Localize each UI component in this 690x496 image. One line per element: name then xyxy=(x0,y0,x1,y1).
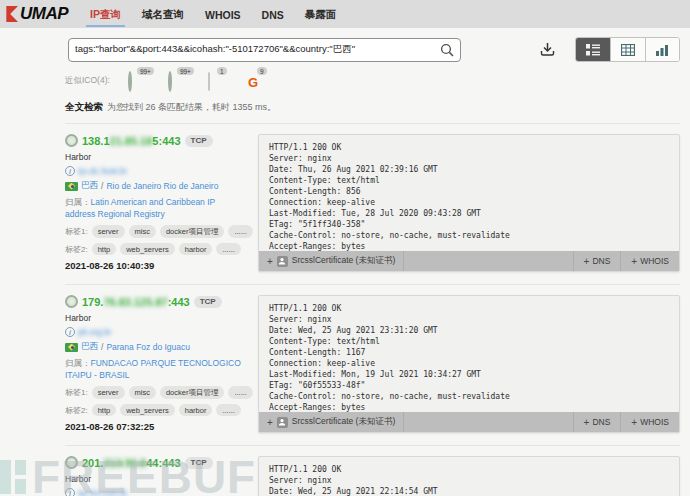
tag-chip[interactable]: harbor xyxy=(179,404,213,416)
scan-timestamp: 2021-08-26 07:32:25 xyxy=(65,421,247,432)
favicon-count-badge: 9 xyxy=(257,67,267,75)
certificate-avatar-icon xyxy=(277,417,288,428)
hostname-row[interactable]: i rjo.dc.host.br xyxy=(65,166,247,176)
brazil-flag-icon xyxy=(65,343,78,352)
ip-port-link[interactable]: 138.121.85.185:443 xyxy=(82,135,181,147)
tag-chip[interactable]: docker项目管理 xyxy=(160,225,225,238)
org-link[interactable]: FUNDACAO PARQUE TECNOLOGICO ITAIPU - BRA… xyxy=(65,358,241,380)
result-row: 138.121.85.185:443 TCP Harbor i rjo.dc.h… xyxy=(65,124,680,284)
censored-hostname-link[interactable]: rjo.dc.host.br xyxy=(78,166,127,176)
tag-chip[interactable]: web_servers xyxy=(120,404,175,416)
results-list: 138.121.85.185:443 TCP Harbor i rjo.dc.h… xyxy=(65,124,680,496)
location-separator: / xyxy=(101,342,103,352)
certificate-label: SrcsslCertificate (未知证书) xyxy=(292,416,395,428)
tag-chip[interactable]: ...... xyxy=(216,404,241,416)
org-label: 归属： xyxy=(65,197,91,207)
censored-hostname-link[interactable]: sp.viv.com.br xyxy=(78,488,127,496)
favicon-count-badge: 99+ xyxy=(137,67,154,75)
certificate-chip[interactable]: + SrcsslCertificate (未知证书) xyxy=(259,251,404,271)
plus-icon: + xyxy=(584,256,590,267)
view-toggle-group xyxy=(575,37,680,62)
tag-chip[interactable]: docker项目管理 xyxy=(160,386,225,399)
tags1-row: 标签1: servermiscdocker项目管理...... xyxy=(65,386,247,399)
hostname-row[interactable]: i pti.org.br xyxy=(65,327,247,337)
tag-chip[interactable]: server xyxy=(92,386,125,399)
ip-row: 201.213.90.844:443 TCP xyxy=(65,456,247,469)
add-dns-button[interactable]: + DNS xyxy=(573,251,621,271)
tag-chip[interactable]: web_servers xyxy=(120,243,175,255)
top-header: UMAP IP查询 域名查询 WHOIS DNS 暴露面 xyxy=(0,0,690,28)
protocol-badge: TCP xyxy=(194,296,222,308)
hostname-row[interactable]: i sp.viv.com.br xyxy=(65,488,247,496)
info-icon: i xyxy=(65,327,75,337)
tab-whois[interactable]: WHOIS xyxy=(205,3,241,25)
search-icon[interactable] xyxy=(439,42,455,58)
add-whois-button[interactable]: + WHOIS xyxy=(620,412,679,432)
result-left-column: 179.76.83.125.87:443 TCP Harbor i pti.or… xyxy=(65,295,247,433)
harbor-favicon-icon xyxy=(128,71,132,92)
ip-port-link[interactable]: 201.213.90.844:443 xyxy=(82,457,181,469)
search-input[interactable] xyxy=(68,38,461,62)
g-favicon-icon: G xyxy=(248,75,258,90)
scan-timestamp: 2021-08-26 10:40:39 xyxy=(65,260,247,271)
add-whois-button[interactable]: + WHOIS xyxy=(620,251,679,271)
result-summary: 全文检索为您找到 26 条匹配结果，耗时 1355 ms。 xyxy=(65,101,680,124)
favicon-harbor-2[interactable]: 99+ xyxy=(168,73,184,89)
favicon-harbor-1[interactable]: 99+ xyxy=(128,73,144,89)
list-view-button[interactable] xyxy=(576,38,610,61)
region-city-link[interactable]: Parana Foz do Iguacu xyxy=(106,342,190,352)
page: UMAP IP查询 域名查询 WHOIS DNS 暴露面 xyxy=(0,0,690,496)
certificate-label: SrcsslCertificate (未知证书) xyxy=(292,255,395,267)
watermark-logo-icon xyxy=(0,460,26,494)
ip-port-link[interactable]: 179.76.83.125.87:443 xyxy=(82,296,190,308)
tag-chip[interactable]: ...... xyxy=(216,243,241,255)
censored-ip-segment: 21.85.18 xyxy=(110,135,153,147)
app-logo[interactable]: UMAP xyxy=(5,4,68,24)
org-label: 归属： xyxy=(65,358,91,368)
tab-ip-search[interactable]: IP查询 xyxy=(90,2,121,26)
result-row: 179.76.83.125.87:443 TCP Harbor i pti.or… xyxy=(65,284,680,445)
certificate-chip[interactable]: + SrcsslCertificate (未知证书) xyxy=(259,412,404,432)
country-link[interactable]: 巴西 xyxy=(81,341,98,353)
certificate-avatar-icon xyxy=(277,256,288,267)
tab-exposure[interactable]: 暴露面 xyxy=(305,2,337,26)
country-link[interactable]: 巴西 xyxy=(81,180,98,192)
banner-footer-bar: + SrcsslCertificate (未知证书) + DNS + WHOIS xyxy=(259,251,679,271)
result-left-column: 138.121.85.185:443 TCP Harbor i rjo.dc.h… xyxy=(65,134,247,272)
tag-chip[interactable]: harbor xyxy=(179,243,213,255)
tag-chip[interactable]: misc xyxy=(129,225,156,238)
download-icon[interactable] xyxy=(539,41,556,58)
favicon-count-badge: 1 xyxy=(217,67,227,75)
favicon-g[interactable]: G 9 xyxy=(248,73,264,89)
info-icon: i xyxy=(65,166,75,176)
tag-chip[interactable]: misc xyxy=(129,386,156,399)
tags1-chips: servermiscdocker项目管理...... xyxy=(92,386,253,399)
tag-chip[interactable]: http xyxy=(92,243,117,255)
table-view-button[interactable] xyxy=(610,38,644,61)
tags1-label: 标签1: xyxy=(65,387,88,398)
tag-chip[interactable]: ...... xyxy=(228,225,253,238)
favicon-page[interactable]: 1 xyxy=(208,73,224,89)
http-banner-box: HTTP/1.1 200 OK Server: nginx Date: Thu,… xyxy=(258,134,680,272)
search-row xyxy=(68,37,680,62)
favicon-count-badge: 99+ xyxy=(177,67,194,75)
main-nav: IP查询 域名查询 WHOIS DNS 暴露面 xyxy=(90,2,336,26)
protocol-badge: TCP xyxy=(185,457,213,469)
tag-chip[interactable]: ...... xyxy=(228,386,253,399)
chart-view-button[interactable] xyxy=(645,38,679,61)
tab-domain-search[interactable]: 域名查询 xyxy=(142,2,184,26)
region-city-link[interactable]: Rio de Janeiro Rio de Janeiro xyxy=(106,181,218,191)
harbor-favicon-icon xyxy=(65,134,78,147)
tags2-label: 标签2: xyxy=(65,405,88,416)
plus-icon: + xyxy=(631,417,637,428)
add-dns-button[interactable]: + DNS xyxy=(573,412,621,432)
tab-dns[interactable]: DNS xyxy=(262,3,284,25)
ip-row: 138.121.85.185:443 TCP xyxy=(65,134,247,147)
censored-ip-segment: 213.90.8 xyxy=(103,457,146,469)
tags1-row: 标签1: servermiscdocker项目管理...... xyxy=(65,225,247,238)
censored-hostname-link[interactable]: pti.org.br xyxy=(78,327,112,337)
tag-chip[interactable]: server xyxy=(92,225,125,238)
logo-mark-icon xyxy=(5,6,18,22)
org-row: 归属：Latin American and Caribbean IP addre… xyxy=(65,196,247,220)
tag-chip[interactable]: http xyxy=(92,404,117,416)
